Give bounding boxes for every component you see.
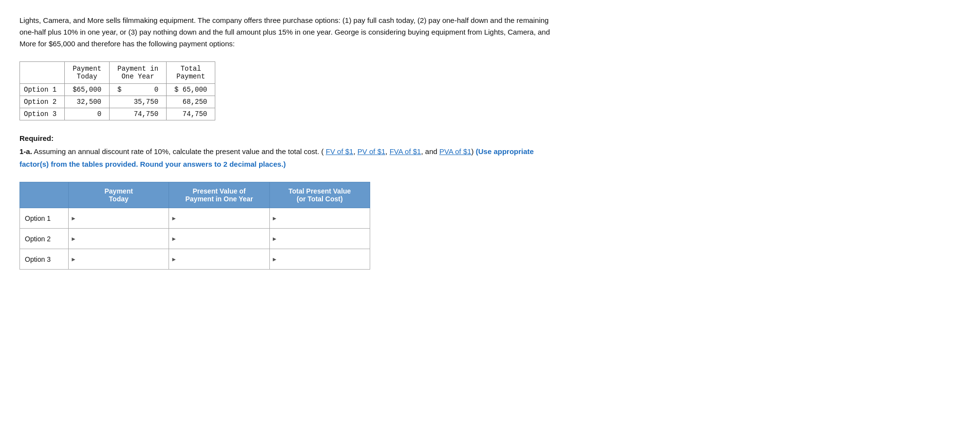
- input-option-2-payment-today[interactable]: [78, 233, 167, 245]
- arrow-icon: ►: [171, 215, 177, 222]
- input-option-1-pv-one-year-cell: ►: [169, 208, 269, 229]
- option-2-payment-today: 32,500: [65, 96, 110, 108]
- option-3-payment-one-year: 74,750: [110, 108, 167, 120]
- question-number: 1-a.: [19, 147, 32, 156]
- table-row: Option 1 $65,000 $ 0 $ 65,000: [20, 84, 215, 96]
- input-header-payment-today: PaymentToday: [69, 182, 169, 208]
- intro-paragraph: Lights, Camera, and More sells filmmakin…: [19, 15, 565, 50]
- option-3-total: 74,750: [167, 108, 215, 120]
- arrow-icon: ►: [171, 256, 177, 263]
- input-table: PaymentToday Present Value ofPayment in …: [19, 182, 370, 270]
- option-2-label: Option 2: [20, 96, 65, 108]
- arrow-icon: ►: [171, 235, 177, 242]
- required-text: 1-a. Assuming an annual discount rate of…: [19, 145, 565, 170]
- options-table: PaymentToday Payment inOne Year TotalPay…: [19, 61, 215, 120]
- pv-of-1-link[interactable]: PV of $1: [358, 147, 386, 156]
- options-header-payment-today: PaymentToday: [65, 62, 110, 84]
- arrow-icon: ►: [272, 256, 278, 263]
- input-option-3-label: Option 3: [20, 249, 69, 270]
- input-option-3-payment-today[interactable]: [78, 254, 167, 265]
- input-option-3-payment-today-cell: ►: [69, 249, 169, 270]
- input-option-3-pv-one-year-cell: ►: [169, 249, 269, 270]
- input-option-1-label: Option 1: [20, 208, 69, 229]
- fv-of-1-link[interactable]: FV of $1: [326, 147, 354, 156]
- intro-text: Lights, Camera, and More sells filmmakin…: [19, 16, 550, 48]
- input-option-1-total-pv-cell: ►: [269, 208, 370, 229]
- option-2-total: 68,250: [167, 96, 215, 108]
- input-option-2-label: Option 2: [20, 229, 69, 249]
- arrow-icon: ►: [272, 235, 278, 242]
- table-row: Option 2 ► ► ►: [20, 229, 370, 249]
- input-option-1-payment-today[interactable]: [78, 213, 167, 224]
- table-row: Option 1 ► ► ►: [20, 208, 370, 229]
- option-1-label: Option 1: [20, 84, 65, 96]
- options-header-total-payment: TotalPayment: [167, 62, 215, 84]
- table-row: Option 3 ► ► ►: [20, 249, 370, 270]
- arrow-icon: ►: [71, 235, 76, 242]
- fva-of-1-link[interactable]: FVA of $1: [390, 147, 421, 156]
- input-option-2-total-pv[interactable]: [280, 233, 368, 245]
- option-1-payment-one-year: $ 0: [110, 84, 167, 96]
- required-label: Required:: [19, 134, 565, 142]
- input-header-total-pv: Total Present Value(or Total Cost): [269, 182, 370, 208]
- option-1-total: $ 65,000: [167, 84, 215, 96]
- table-row: Option 3 0 74,750 74,750: [20, 108, 215, 120]
- options-header-empty: [20, 62, 65, 84]
- input-option-2-total-pv-cell: ►: [269, 229, 370, 249]
- pva-of-1-link[interactable]: PVA of $1: [439, 147, 471, 156]
- input-option-3-pv-one-year[interactable]: [179, 254, 267, 265]
- input-option-1-pv-one-year[interactable]: [179, 213, 267, 224]
- input-option-2-payment-today-cell: ►: [69, 229, 169, 249]
- option-2-payment-one-year: 35,750: [110, 96, 167, 108]
- input-option-2-pv-one-year-cell: ►: [169, 229, 269, 249]
- arrow-icon: ►: [71, 215, 76, 222]
- arrow-icon: ►: [272, 215, 278, 222]
- table-row: Option 2 32,500 35,750 68,250: [20, 96, 215, 108]
- options-header-payment-one-year: Payment inOne Year: [110, 62, 167, 84]
- arrow-icon: ►: [71, 256, 76, 263]
- options-table-wrapper: PaymentToday Payment inOne Year TotalPay…: [19, 61, 565, 120]
- input-table-wrapper: PaymentToday Present Value ofPayment in …: [19, 182, 565, 270]
- option-3-payment-today: 0: [65, 108, 110, 120]
- input-header-empty: [20, 182, 69, 208]
- input-option-2-pv-one-year[interactable]: [179, 233, 267, 245]
- input-option-1-payment-today-cell: ►: [69, 208, 169, 229]
- question-text-before-links: Assuming an annual discount rate of 10%,…: [34, 147, 323, 156]
- input-option-1-total-pv[interactable]: [280, 213, 368, 224]
- option-3-label: Option 3: [20, 108, 65, 120]
- option-1-payment-today: $65,000: [65, 84, 110, 96]
- input-option-3-total-pv-cell: ►: [269, 249, 370, 270]
- required-section: Required: 1-a. Assuming an annual discou…: [19, 134, 565, 170]
- input-option-3-total-pv[interactable]: [280, 254, 368, 265]
- input-header-pv-payment-one-year: Present Value ofPayment in One Year: [169, 182, 269, 208]
